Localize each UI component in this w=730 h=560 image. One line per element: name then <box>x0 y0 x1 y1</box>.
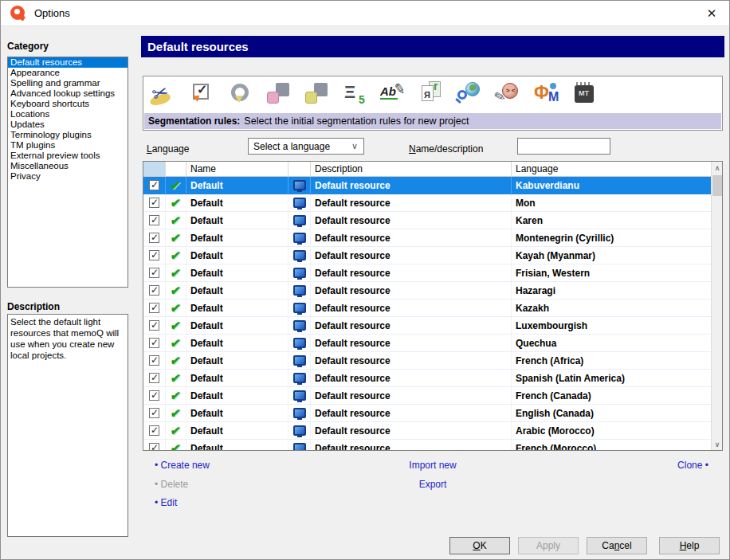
row-checkbox[interactable] <box>149 268 159 278</box>
export-link[interactable]: Export <box>141 479 724 490</box>
row-language: Arabic (Morocco) <box>512 422 711 439</box>
table-header: Name Description Language <box>143 162 722 177</box>
row-checkbox[interactable] <box>149 285 159 296</box>
apply-button: Apply <box>518 537 579 554</box>
icon-column-header[interactable] <box>288 162 311 176</box>
table-row[interactable]: ✔ Default Default resource Kayah (Myanma… <box>143 247 711 264</box>
ok-button[interactable]: OK <box>449 537 510 554</box>
row-checkbox[interactable] <box>149 198 159 208</box>
name-column-header[interactable]: Name <box>186 162 288 176</box>
row-checkbox[interactable] <box>149 443 159 450</box>
row-language: Luxembourgish <box>512 317 711 334</box>
help-button[interactable]: Help <box>659 537 720 554</box>
row-checkbox[interactable] <box>149 215 159 225</box>
filter-configurations-icon[interactable] <box>263 79 295 111</box>
enabled-check-icon: ✔ <box>170 284 182 298</box>
category-list[interactable]: Default resourcesAppearanceSpelling and … <box>7 57 128 288</box>
sidebar-item-privacy[interactable]: Privacy <box>8 171 128 182</box>
transliteration-rules-icon[interactable]: Яr <box>416 79 448 111</box>
row-checkbox[interactable] <box>149 408 159 418</box>
sidebar-item-spelling-and-grammar[interactable]: Spelling and grammar <box>8 78 128 88</box>
sidebar-item-external-preview-tools[interactable]: External preview tools <box>8 151 128 161</box>
export-path-rules-icon[interactable] <box>301 79 333 111</box>
row-checkbox[interactable] <box>149 373 159 383</box>
table-row[interactable]: ✔ Default Default resource Quechua <box>143 335 711 352</box>
row-checkbox[interactable] <box>149 250 159 260</box>
table-row[interactable]: ✔ Default Default resource Mon <box>143 194 711 212</box>
import-new-link[interactable]: Import new <box>141 460 724 471</box>
web-search-settings-icon[interactable] <box>454 79 486 111</box>
sidebar-item-locations[interactable]: Locations <box>8 109 128 119</box>
font-substitution-icon[interactable]: ΦM <box>531 79 563 111</box>
status-column-header[interactable] <box>166 162 186 176</box>
row-checkbox[interactable] <box>149 320 159 331</box>
table-row[interactable]: ✔ Default Default resource Frisian, West… <box>143 264 711 282</box>
description-column-header[interactable]: Description <box>311 162 512 176</box>
vertical-scrollbar[interactable]: ∧ ∨ <box>711 162 722 450</box>
language-column-header[interactable]: Language <box>512 162 722 176</box>
row-checkbox[interactable] <box>149 303 159 313</box>
table-row[interactable]: ✔ Default Default resource Hazaragi <box>143 282 711 300</box>
table-row[interactable]: ✔ Default Default resource French (Canad… <box>143 387 711 405</box>
clone-link[interactable]: Clone • <box>677 460 708 471</box>
row-description: Default resource <box>311 317 512 334</box>
table-row[interactable]: ✔ Default Default resource English (Cana… <box>143 405 711 422</box>
ignore-lists-icon[interactable]: Ab✎ <box>378 79 410 111</box>
table-row[interactable]: ✔ Default Default resource Spanish (Lati… <box>143 370 711 387</box>
table-row[interactable]: ✔ Default Default resource Kazakh <box>143 300 711 317</box>
row-description: Default resource <box>311 387 512 404</box>
auto-translation-rules-icon[interactable]: Ξ5 <box>339 79 371 111</box>
row-checkbox[interactable] <box>149 355 159 366</box>
scroll-down-icon[interactable]: ∨ <box>712 438 723 450</box>
tm-settings-icon[interactable] <box>225 79 257 111</box>
row-name: Default <box>186 440 288 450</box>
enabled-check-icon: ✔ <box>170 249 182 263</box>
close-icon[interactable]: ✕ <box>694 1 729 26</box>
enabled-check-icon: ✔ <box>170 266 182 280</box>
row-checkbox[interactable] <box>149 233 159 243</box>
table-row[interactable]: ✔ Default Default resource Karen <box>143 212 711 229</box>
enabled-check-icon: ✔ <box>170 319 182 333</box>
local-resource-icon <box>293 443 306 450</box>
edit-link[interactable]: • Edit <box>155 497 177 508</box>
row-name: Default <box>186 264 288 281</box>
mt-settings-icon[interactable]: MT <box>569 79 601 111</box>
row-name: Default <box>186 387 288 404</box>
checkbox-column-header[interactable] <box>143 162 166 176</box>
row-checkbox[interactable] <box>149 425 159 436</box>
sidebar-item-terminology-plugins[interactable]: Terminology plugins <box>8 130 128 140</box>
sidebar-item-tm-plugins[interactable]: TM plugins <box>8 140 128 151</box>
sidebar-item-advanced-lookup-settings[interactable]: Advanced lookup settings <box>8 88 128 99</box>
scrollbar-thumb[interactable] <box>712 175 722 196</box>
table-row[interactable]: ✔ Default Default resource French (Moroc… <box>143 440 711 450</box>
row-checkbox[interactable] <box>149 180 159 190</box>
memoq-logo-icon <box>10 6 26 22</box>
table-row[interactable]: ✔ Default Default resource French (Afric… <box>143 352 711 370</box>
table-row[interactable]: ✔ Default Default resource Arabic (Moroc… <box>143 422 711 440</box>
qa-settings-icon[interactable]: ✓ <box>186 79 218 111</box>
local-resource-icon <box>293 303 306 313</box>
language-select[interactable]: Select a language ∨ <box>248 138 364 155</box>
local-resource-icon <box>293 268 306 278</box>
row-description: Default resource <box>311 370 512 386</box>
cancel-button[interactable]: Cancel <box>587 537 647 554</box>
scroll-up-icon[interactable]: ∧ <box>712 162 723 174</box>
enabled-check-icon: ✔ <box>170 301 182 315</box>
sidebar-item-default-resources[interactable]: Default resources <box>8 57 128 68</box>
segmentation-rules-icon[interactable]: ✂ <box>148 79 180 111</box>
sidebar-item-appearance[interactable]: Appearance <box>8 68 128 78</box>
lqa-models-icon[interactable]: ><✎ <box>493 79 524 111</box>
row-name: Default <box>186 212 288 229</box>
sidebar-item-miscellaneous[interactable]: Miscellaneous <box>8 161 128 171</box>
table-row[interactable]: ✔ Default Default resource Montenegrin (… <box>143 229 711 247</box>
chevron-down-icon: ∨ <box>351 141 358 151</box>
row-checkbox[interactable] <box>149 338 159 348</box>
sidebar-item-keyboard-shortcuts[interactable]: Keyboard shortcuts <box>8 99 128 109</box>
table-row[interactable]: ✔ Default Default resource Luxembourgish <box>143 317 711 335</box>
sidebar-item-updates[interactable]: Updates <box>8 119 128 130</box>
row-checkbox[interactable] <box>149 390 159 401</box>
local-resource-icon <box>293 285 306 296</box>
selected-resource-type-hint: Select the initial segmentation rules fo… <box>244 116 469 127</box>
table-row[interactable]: ✔ Default Default resource Kabuverdianu <box>143 177 711 194</box>
name-description-input[interactable] <box>517 138 610 155</box>
